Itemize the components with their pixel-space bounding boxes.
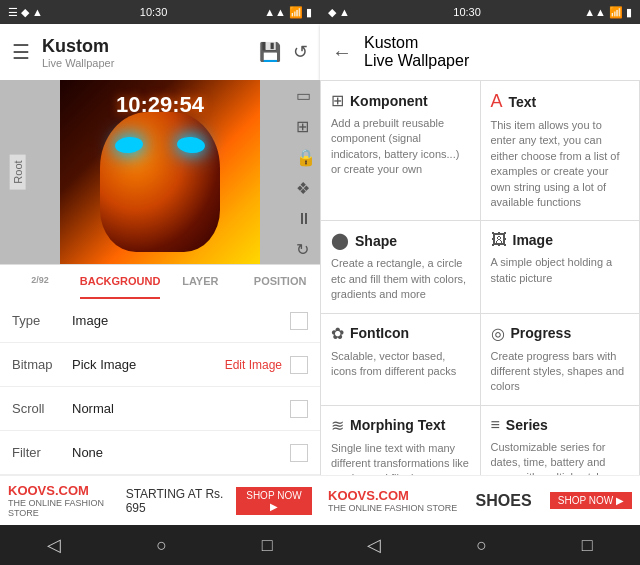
left-shop-button[interactable]: SHOP NOW ▶ [236,487,312,515]
left-back-button[interactable]: ◁ [47,534,61,556]
fonticon-title: FontIcon [350,325,409,341]
prop-value-type: Image [72,313,290,328]
prop-label-filter: Filter [12,445,72,460]
prop-value-filter: None [72,445,290,460]
left-recent-button[interactable]: □ [262,535,273,556]
component-card-komponent[interactable]: ⊞ Komponent Add a prebuilt reusable comp… [321,81,480,220]
wifi-icon: 📶 [289,6,303,19]
component-card-progress[interactable]: ◎ Progress Create progress bars with dif… [481,314,640,405]
history-icon[interactable]: ↺ [293,41,308,63]
left-ad-promo: STARTING AT Rs. 695 [126,487,236,515]
series-header: ≡ Series [491,416,630,434]
shape-header: ⬤ Shape [331,231,470,250]
right-app-title: Kustom [364,34,469,52]
menu-icon[interactable]: ☰ [12,40,30,64]
fonticon-header: ✿ FontIcon [331,324,470,343]
right-recent-button[interactable]: □ [582,535,593,556]
prop-value-bitmap[interactable]: Pick Image [72,357,217,372]
notification-icon: ☰ [8,6,18,19]
left-status-left-icons: ☰ ◆ ▲ [8,6,43,19]
screen-icon[interactable]: ▭ [296,86,316,105]
prop-label-bitmap: Bitmap [12,357,72,372]
component-card-morphing[interactable]: ≋ Morphing Text Single line text with ma… [321,406,480,475]
component-card-shape[interactable]: ⬤ Shape Create a rectangle, a circle etc… [321,221,480,312]
right-status-left-icons: ◆ ▲ [328,6,350,19]
save-icon[interactable]: 💾 [259,41,281,63]
right-wifi-icon: 📶 [609,6,623,19]
right-battery-icon: ▮ [626,6,632,19]
left-title-block: Kustom Live Wallpaper [42,36,259,69]
prop-checkbox-bitmap[interactable] [290,356,308,374]
left-app-subtitle: Live Wallpaper [42,57,259,69]
text-desc: This item allows you to enter any text, … [491,118,630,210]
left-status-bar: ☰ ◆ ▲ 10:30 ▲▲ 📶 ▮ [0,0,320,24]
right-ad-promo: SHOES [476,492,532,510]
series-desc: Customizable series for dates, time, bat… [491,440,630,475]
right-toolbar: ← Kustom Live Wallpaper [320,24,640,80]
progress-desc: Create progress bars with different styl… [491,349,630,395]
tab-background[interactable]: BACKGROUND [80,265,161,299]
edit-image-button[interactable]: Edit Image [217,354,290,376]
fonticon-desc: Scalable, vector based, icons from diffe… [331,349,470,380]
layer-count: 2/92 [0,275,80,285]
battery-icon: ▮ [306,6,312,19]
lock-icon[interactable]: 🔒 [296,148,316,167]
resize-icon[interactable]: ⊞ [296,117,316,136]
prop-row-scroll: Scroll Normal [0,387,320,431]
right-shop-button[interactable]: SHOP NOW ▶ [550,492,632,509]
komponent-header: ⊞ Komponent [331,91,470,110]
prop-checkbox-filter[interactable] [290,444,308,462]
text-icon: A [491,91,503,112]
layers-icon[interactable]: ❖ [296,179,316,198]
component-card-series[interactable]: ≡ Series Customizable series for dates, … [481,406,640,475]
component-card-fonticon[interactable]: ✿ FontIcon Scalable, vector based, icons… [321,314,480,405]
left-ad-brand: KOOVS.COM [8,483,126,498]
right-ad-sub: THE ONLINE FASHION STORE [328,503,457,513]
morphing-header: ≋ Morphing Text [331,416,470,435]
right-home-button[interactable]: ○ [476,535,487,556]
right-back-nav-button[interactable]: ◁ [367,534,381,556]
prop-checkbox-scroll[interactable] [290,400,308,418]
prop-row-filter: Filter None [0,431,320,475]
bottom-tabs: 2/92 BACKGROUND LAYER POSITION [0,264,320,299]
prop-value-scroll: Normal [72,401,290,416]
pause-icon[interactable]: ⏸ [296,210,316,228]
morphing-title: Morphing Text [350,417,445,433]
left-status-right-icons: ▲▲ 📶 ▮ [264,6,312,19]
left-panel: ☰ ◆ ▲ 10:30 ▲▲ 📶 ▮ ☰ Kustom Live Wallpap… [0,0,320,565]
right-notification-icon: ◆ [328,6,336,19]
image-icon: 🖼 [491,231,507,249]
component-card-image[interactable]: 🖼 Image A simple object holding a static… [481,221,640,312]
prop-checkbox-type[interactable] [290,312,308,330]
properties-panel: Type Image Bitmap Pick Image Edit Image … [0,299,320,475]
tab-layer[interactable]: LAYER [160,265,240,299]
alert-icon: ▲ [32,6,43,18]
tab-position[interactable]: POSITION [240,265,320,299]
right-panel: ◆ ▲ 10:30 ▲▲ 📶 ▮ ← Kustom Live Wallpaper… [320,0,640,565]
left-app-title: Kustom [42,36,259,57]
image-header: 🖼 Image [491,231,630,249]
fonticon-icon: ✿ [331,324,344,343]
signal-icon: ▲▲ [264,6,286,18]
komponent-title: Komponent [350,93,428,109]
refresh-icon[interactable]: ↻ [296,240,316,259]
right-ad-brand-block: KOOVS.COM THE ONLINE FASHION STORE [328,488,457,513]
root-label: Root [10,154,26,189]
left-home-button[interactable]: ○ [156,535,167,556]
right-clock: 10:30 [453,6,481,18]
progress-header: ◎ Progress [491,324,630,343]
prop-row-type: Type Image [0,299,320,343]
morphing-desc: Single line text with many different tra… [331,441,470,475]
prop-label-scroll: Scroll [12,401,72,416]
component-grid: ⊞ Komponent Add a prebuilt reusable comp… [320,80,640,475]
right-signal-icon: ▲▲ [584,6,606,18]
prop-label-type: Type [12,313,72,328]
left-ad-banner: KOOVS.COM THE ONLINE FASHION STORE START… [0,475,320,525]
right-status-bar: ◆ ▲ 10:30 ▲▲ 📶 ▮ [320,0,640,24]
right-back-icon[interactable]: ← [332,41,352,64]
diamond-icon: ◆ [21,6,29,19]
prop-row-bitmap: Bitmap Pick Image Edit Image [0,343,320,387]
component-card-text[interactable]: A Text This item allows you to enter any… [481,81,640,220]
shape-desc: Create a rectangle, a circle etc and fil… [331,256,470,302]
right-title-block: Kustom Live Wallpaper [364,34,469,70]
